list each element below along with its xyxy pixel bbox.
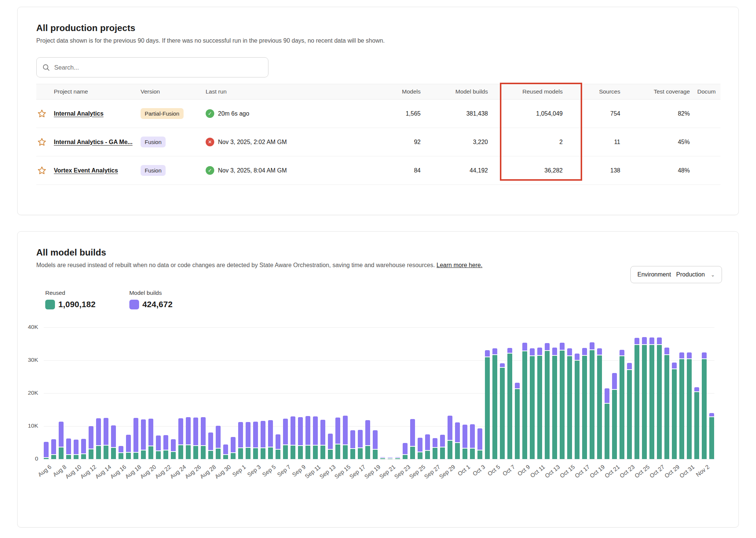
stacked-bar-sep-2[interactable]	[246, 422, 251, 459]
stacked-bar-sep-12[interactable]	[320, 420, 325, 459]
project-search[interactable]	[36, 57, 268, 77]
stacked-bar-nov-3[interactable]	[709, 413, 714, 459]
stacked-bar-sep-1[interactable]	[238, 422, 243, 459]
stacked-bar-sep-27[interactable]	[433, 438, 437, 459]
stacked-bar-oct-5[interactable]	[492, 348, 497, 459]
stacked-bar-oct-8[interactable]	[515, 383, 520, 459]
stacked-bar-oct-30[interactable]	[679, 352, 684, 459]
stacked-bar-oct-21[interactable]	[612, 373, 617, 459]
stacked-bar-sep-29[interactable]	[448, 416, 452, 459]
stacked-bar-sep-3[interactable]	[253, 422, 258, 459]
stacked-bar-aug-26[interactable]	[193, 418, 198, 459]
stacked-bar-sep-21[interactable]	[388, 458, 393, 459]
stacked-bar-oct-17[interactable]	[582, 348, 587, 459]
stacked-bar-oct-3[interactable]	[477, 428, 482, 459]
stacked-bar-sep-24[interactable]	[410, 419, 415, 459]
stacked-bar-sep-16[interactable]	[350, 430, 355, 459]
stacked-bar-aug-14[interactable]	[104, 418, 108, 459]
stacked-bar-sep-6[interactable]	[276, 434, 280, 459]
favorite-star-icon[interactable]	[37, 166, 47, 175]
stacked-bar-aug-29[interactable]	[216, 426, 221, 459]
stacked-bar-oct-4[interactable]	[485, 350, 490, 459]
stacked-bar-aug-6[interactable]	[44, 442, 49, 459]
stacked-bar-oct-24[interactable]	[634, 338, 639, 459]
stacked-bar-oct-19[interactable]	[597, 348, 602, 459]
stacked-bar-sep-13[interactable]	[328, 434, 333, 459]
stacked-bar-aug-21[interactable]	[156, 435, 161, 459]
stacked-bar-sep-22[interactable]	[395, 457, 400, 459]
stacked-bar-oct-1[interactable]	[462, 425, 467, 459]
stacked-bar-oct-9[interactable]	[522, 343, 527, 459]
favorite-star-icon[interactable]	[37, 137, 47, 147]
stacked-bar-aug-22[interactable]	[163, 435, 168, 459]
stacked-bar-sep-9[interactable]	[298, 417, 303, 459]
stacked-bar-sep-15[interactable]	[343, 416, 348, 459]
stacked-bar-sep-20[interactable]	[380, 457, 385, 459]
stacked-bar-sep-25[interactable]	[418, 438, 422, 459]
stacked-bar-aug-11[interactable]	[81, 439, 86, 459]
stacked-bar-oct-31[interactable]	[687, 352, 692, 459]
stacked-bar-sep-4[interactable]	[261, 421, 265, 459]
stacked-bar-oct-6[interactable]	[500, 363, 505, 459]
stacked-bar-sep-14[interactable]	[335, 418, 340, 459]
stacked-bar-aug-8[interactable]	[59, 422, 64, 459]
stacked-bar-aug-13[interactable]	[96, 418, 101, 459]
stacked-bar-sep-28[interactable]	[440, 435, 445, 459]
stacked-bar-oct-10[interactable]	[530, 348, 535, 459]
stacked-bar-aug-19[interactable]	[141, 419, 146, 459]
stacked-bar-oct-15[interactable]	[567, 348, 572, 459]
stacked-bar-sep-30[interactable]	[455, 422, 460, 459]
stacked-bar-sep-8[interactable]	[291, 416, 295, 459]
stacked-bar-aug-25[interactable]	[186, 417, 191, 459]
stacked-bar-sep-5[interactable]	[268, 420, 273, 459]
project-name-link[interactable]: Internal Analytics	[54, 110, 141, 117]
stacked-bar-aug-30[interactable]	[223, 444, 228, 459]
stacked-bar-oct-23[interactable]	[627, 363, 632, 459]
stacked-bar-aug-23[interactable]	[171, 439, 176, 459]
stacked-bar-oct-18[interactable]	[590, 342, 594, 459]
stacked-bar-oct-2[interactable]	[470, 424, 475, 459]
stacked-bar-oct-26[interactable]	[649, 337, 654, 459]
stacked-bar-oct-7[interactable]	[507, 348, 512, 459]
stacked-bar-oct-14[interactable]	[560, 343, 565, 459]
stacked-bar-sep-18[interactable]	[365, 420, 370, 459]
stacked-bar-aug-20[interactable]	[148, 419, 153, 459]
stacked-bar-aug-24[interactable]	[178, 418, 183, 459]
project-name-link[interactable]: Vortex Event Analytics	[54, 167, 141, 174]
stacked-bar-sep-11[interactable]	[313, 416, 318, 459]
stacked-bar-oct-16[interactable]	[575, 354, 580, 459]
stacked-bar-aug-7[interactable]	[51, 439, 56, 459]
stacked-bar-oct-13[interactable]	[552, 348, 557, 459]
stacked-bar-oct-25[interactable]	[642, 337, 647, 459]
learn-more-link[interactable]: Learn more here.	[437, 262, 483, 268]
stacked-bar-aug-31[interactable]	[231, 437, 236, 459]
environment-select[interactable]: Environment Production ⌄	[630, 266, 722, 283]
stacked-bar-oct-29[interactable]	[672, 363, 677, 459]
stacked-bar-aug-16[interactable]	[119, 446, 123, 459]
stacked-bar-aug-17[interactable]	[126, 435, 131, 459]
stacked-bar-aug-12[interactable]	[89, 426, 93, 459]
project-name-link[interactable]: Internal Analytics - GA Me...	[54, 139, 141, 146]
stacked-bar-aug-9[interactable]	[66, 438, 71, 459]
stacked-bar-oct-11[interactable]	[537, 348, 542, 459]
stacked-bar-aug-27[interactable]	[201, 417, 206, 459]
stacked-bar-nov-1[interactable]	[694, 387, 699, 459]
stacked-bar-sep-7[interactable]	[283, 419, 288, 459]
stacked-bar-sep-23[interactable]	[403, 443, 408, 459]
stacked-bar-oct-27[interactable]	[657, 337, 662, 459]
stacked-bar-aug-28[interactable]	[208, 432, 213, 459]
stacked-bar-sep-19[interactable]	[373, 430, 378, 459]
stacked-bar-oct-12[interactable]	[545, 343, 550, 459]
stacked-bar-oct-22[interactable]	[620, 350, 624, 459]
stacked-bar-sep-26[interactable]	[425, 434, 430, 459]
stacked-bar-aug-10[interactable]	[74, 440, 79, 459]
stacked-bar-aug-15[interactable]	[111, 425, 116, 459]
favorite-star-icon[interactable]	[37, 109, 47, 119]
stacked-bar-nov-2[interactable]	[702, 352, 707, 459]
stacked-bar-oct-20[interactable]	[605, 388, 609, 459]
stacked-bar-aug-18[interactable]	[133, 418, 138, 459]
search-input[interactable]	[54, 64, 262, 71]
stacked-bar-sep-10[interactable]	[305, 416, 310, 459]
stacked-bar-sep-17[interactable]	[358, 430, 363, 459]
stacked-bar-oct-28[interactable]	[664, 348, 669, 459]
